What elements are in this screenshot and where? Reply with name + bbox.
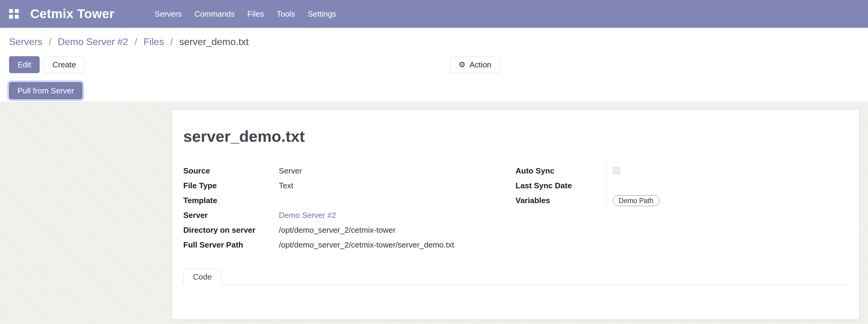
breadcrumb-separator: / (170, 36, 173, 47)
breadcrumb-files[interactable]: Files (144, 36, 164, 47)
content-background: server_demo.txt Source Server File Type … (0, 102, 868, 324)
menu-item-commands[interactable]: Commands (188, 9, 241, 19)
field-row-full-path: Full Server Path /opt/demo_server_2/cetm… (183, 237, 516, 252)
tab-code[interactable]: Code (183, 269, 221, 285)
field-group-right: Auto Sync Last Sync Date Variables Demo … (516, 163, 848, 252)
field-label: Server (183, 208, 279, 223)
field-label: Variables (516, 193, 607, 208)
field-label: Template (183, 193, 279, 208)
field-row-template: Template (183, 193, 516, 208)
breadcrumb-current: server_demo.txt (179, 36, 249, 47)
field-label: Directory on server (183, 223, 279, 237)
menu-item-files[interactable]: Files (241, 9, 270, 19)
gear-icon: ⚙ (459, 61, 465, 69)
field-value: Text (279, 178, 293, 193)
field-row-file-type: File Type Text (183, 178, 516, 193)
edit-button[interactable]: Edit (9, 56, 40, 73)
field-value: /opt/demo_server_2/cetmix-tower (279, 223, 396, 237)
action-button-label: Action (469, 60, 491, 69)
record-title: server_demo.txt (183, 128, 848, 145)
main-menu: Servers Commands Files Tools Settings (148, 0, 342, 28)
form-sheet: server_demo.txt Source Server File Type … (172, 109, 860, 320)
button-row: Edit Create ⚙ Action (0, 56, 868, 73)
field-label: Last Sync Date (516, 178, 607, 193)
breadcrumb: Servers / Demo Server #2 / Files / serve… (0, 28, 868, 49)
field-row-last-sync: Last Sync Date (516, 178, 848, 193)
tab-bar: Code (183, 269, 848, 285)
field-value (607, 178, 848, 193)
menu-item-settings[interactable]: Settings (301, 9, 342, 19)
menu-item-tools[interactable]: Tools (270, 9, 302, 19)
field-label: Source (183, 163, 279, 178)
pull-row: Pull from Server (0, 82, 868, 100)
field-label: Full Server Path (183, 237, 279, 252)
app-brand: Cetmix Tower (30, 7, 114, 21)
tab-pane-code (183, 285, 848, 315)
server-link[interactable]: Demo Server #2 (279, 208, 336, 223)
variable-tag: Demo Path (613, 195, 660, 206)
action-button[interactable]: ⚙ Action (450, 56, 500, 73)
field-row-directory: Directory on server /opt/demo_server_2/c… (183, 223, 516, 237)
field-group-left: Source Server File Type Text Template Se… (183, 163, 516, 252)
breadcrumb-servers[interactable]: Servers (9, 36, 42, 47)
auto-sync-checkbox (613, 167, 620, 174)
menu-item-servers[interactable]: Servers (148, 9, 188, 19)
field-value: Server (279, 163, 302, 178)
field-value (607, 163, 848, 178)
field-label: File Type (183, 178, 279, 193)
field-row-source: Source Server (183, 163, 516, 178)
field-groups: Source Server File Type Text Template Se… (183, 163, 848, 252)
field-row-auto-sync: Auto Sync (516, 163, 848, 178)
breadcrumb-separator: / (49, 36, 52, 47)
field-value: Demo Path (607, 193, 848, 208)
apps-grid-icon[interactable] (9, 9, 19, 19)
field-value: /opt/demo_server_2/cetmix-tower/server_d… (279, 237, 454, 252)
notebook: Code (183, 269, 848, 315)
control-panel: Servers / Demo Server #2 / Files / serve… (0, 28, 868, 102)
breadcrumb-demo-server[interactable]: Demo Server #2 (58, 36, 128, 47)
field-row-server: Server Demo Server #2 (183, 208, 516, 223)
field-label: Auto Sync (516, 163, 607, 178)
create-button[interactable]: Create (44, 56, 84, 73)
top-navbar: Cetmix Tower Servers Commands Files Tool… (0, 0, 868, 28)
pull-from-server-button[interactable]: Pull from Server (9, 82, 82, 99)
field-row-variables: Variables Demo Path (516, 193, 848, 208)
breadcrumb-separator: / (134, 36, 137, 47)
